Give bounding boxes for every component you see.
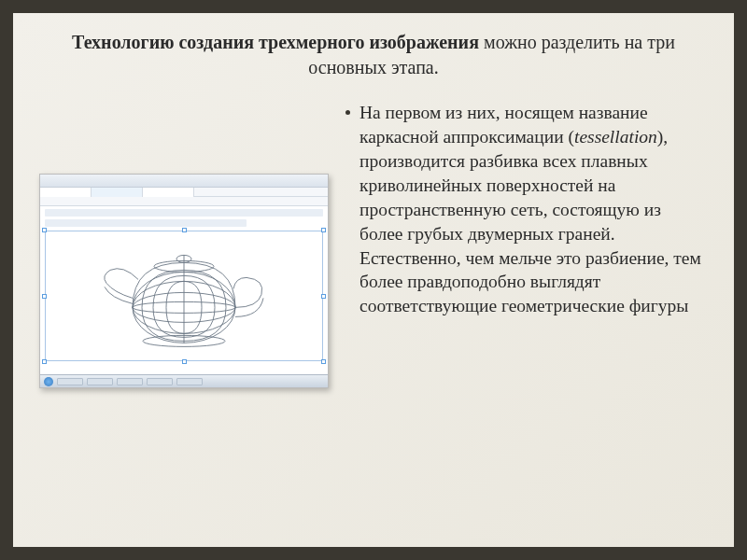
text-column: На первом из них, носящем название карка… <box>345 101 708 318</box>
slide-content: На первом из них, носящем название карка… <box>39 101 708 388</box>
page-heading-line <box>45 209 323 217</box>
taskbar-item <box>87 378 113 385</box>
slide-title: Технологию создания трехмерного изображе… <box>39 30 708 80</box>
browser-tab <box>40 188 92 197</box>
browser-toolbar <box>40 197 328 206</box>
browser-tab <box>143 188 194 197</box>
taskbar <box>40 374 328 387</box>
browser-tab <box>92 188 143 197</box>
slide: Технологию создания трехмерного изображе… <box>0 0 747 560</box>
browser-titlebar <box>40 175 328 188</box>
taskbar-item <box>117 378 143 385</box>
canvas-selection <box>45 231 323 361</box>
teapot-wireframe-icon <box>86 242 282 354</box>
bullet-text-italic: tessellation <box>574 127 657 147</box>
image-column <box>39 174 329 388</box>
browser-screenshot <box>39 174 329 388</box>
bullet-item: На первом из них, носящем название карка… <box>345 101 708 318</box>
bullet-text: На первом из них, носящем название карка… <box>359 101 708 318</box>
browser-tabstrip <box>40 188 328 197</box>
page-heading-line <box>45 219 247 227</box>
start-button-icon <box>44 377 53 386</box>
taskbar-item <box>147 378 173 385</box>
bullet-text-post: ), производится разбивка всех плавных кр… <box>359 127 701 315</box>
title-bold: Технологию создания трехмерного изображе… <box>72 32 479 52</box>
bullet-dot-icon <box>345 110 350 115</box>
taskbar-item <box>176 378 203 385</box>
taskbar-item <box>57 378 83 385</box>
